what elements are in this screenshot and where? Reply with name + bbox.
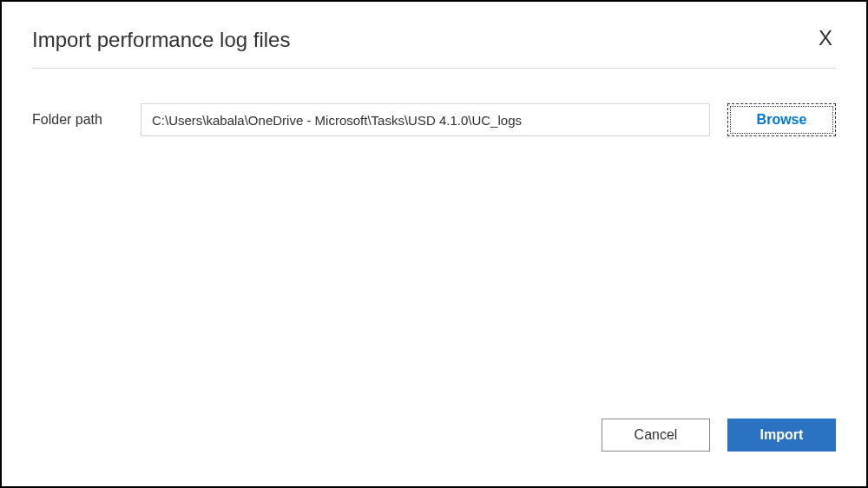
- close-icon[interactable]: X: [815, 28, 836, 49]
- folder-path-row: Folder path Browse: [32, 103, 836, 136]
- import-button[interactable]: Import: [727, 419, 836, 452]
- dialog-footer: Cancel Import: [32, 419, 836, 460]
- folder-path-label: Folder path: [32, 112, 123, 128]
- dialog-header: Import performance log files X: [32, 28, 836, 69]
- import-dialog: Import performance log files X Folder pa…: [2, 2, 866, 486]
- dialog-title: Import performance log files: [32, 28, 290, 52]
- cancel-button[interactable]: Cancel: [602, 419, 710, 452]
- folder-path-input[interactable]: [141, 103, 710, 136]
- browse-button[interactable]: Browse: [727, 103, 836, 136]
